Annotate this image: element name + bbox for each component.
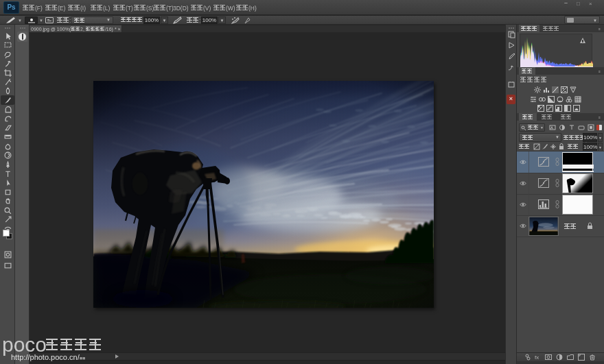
svg-text:fx: fx [535, 354, 539, 361]
